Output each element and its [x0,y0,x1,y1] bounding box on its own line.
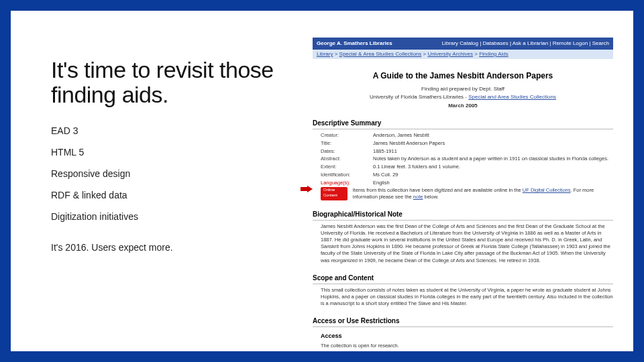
ds-creator: Creator:Anderson, James Nesbitt [313,132,613,139]
slide-frame: It's time to revisit those finding aids.… [0,0,644,362]
ds-extent: Extent:0.1 Linear feet. 3 folders and 1 … [313,164,613,170]
site-brand: George A. Smathers Libraries [317,40,392,47]
finding-aid-screenshot: George A. Smathers Libraries Library Cat… [313,38,620,331]
guide-org: University of Florida Smathers Libraries… [313,94,613,101]
svg-marker-0 [301,186,313,192]
crumb-archives[interactable]: University Archives [427,51,473,57]
breadcrumb: Library > Special & Area Studies Collect… [313,50,613,59]
scope-text: This small collection consists of notes … [313,287,613,307]
site-topbar: George A. Smathers Libraries Library Cat… [313,38,613,50]
access-sub: Access [313,333,613,341]
bio-header: Biographical/Historical Note [313,210,613,221]
left-column: It's time to revisit those finding aids.… [51,38,299,331]
crumb-special[interactable]: Special & Area Studies Collections [339,51,422,57]
ds-title: Title:James Nesbitt Anderson Papers [313,140,613,147]
bullet-digitization: Digitization initiatives [51,211,299,222]
bio-text: James Nesbitt Anderson was the first Dea… [313,223,613,264]
arrow-icon [301,186,313,192]
scope-header: Scope and Content [313,274,613,284]
note-link[interactable]: note [413,194,423,200]
descriptive-summary-header: Descriptive Summary [313,119,613,129]
ds-lang: Language(s):English [313,180,613,186]
guide-prepared: Finding aid prepared by Dept. Staff [313,86,613,93]
guide-date: March 2005 [313,103,613,109]
bullet-html5: HTML 5 [51,147,299,158]
top-links: Library Catalog | Databases | Ask a Libr… [442,40,609,47]
uf-digital-link[interactable]: UF Digital Collections [523,187,571,193]
closing-line: It's 2016. Users expect more. [51,242,299,253]
ds-ident: Identification:Ms Coll. 29 [313,172,613,178]
crumb-finding-aids[interactable]: Finding Aids [479,51,508,57]
access-header: Access or Use Restrictions [313,316,613,327]
headline: It's time to revisit those finding aids. [51,58,299,108]
ds-dates: Dates:1885-1911 [313,148,613,155]
access-text: The collection is open for research. [313,343,613,349]
crumb-library[interactable]: Library [317,51,333,57]
ds-abstract: Abstract:Notes taken by Anderson as a st… [313,156,613,162]
bullet-ead3: EAD 3 [51,125,299,136]
online-content-badge: Online Content [321,187,347,200]
bullet-rdf: RDF & linked data [51,190,299,200]
org-link[interactable]: Special and Area Studies Collections [468,94,556,100]
bullet-responsive: Responsive design [51,168,299,179]
ds-online-content: Online Content Items from this collectio… [313,187,613,200]
guide-title: A Guide to the James Nesbitt Anderson Pa… [313,71,613,82]
